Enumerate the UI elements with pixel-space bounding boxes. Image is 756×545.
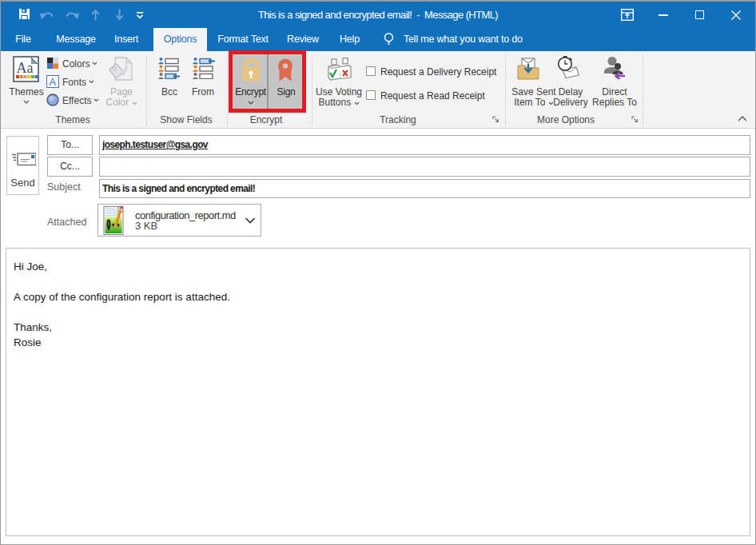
svg-text:A: A xyxy=(50,76,57,88)
svg-text:Aa: Aa xyxy=(17,60,34,76)
